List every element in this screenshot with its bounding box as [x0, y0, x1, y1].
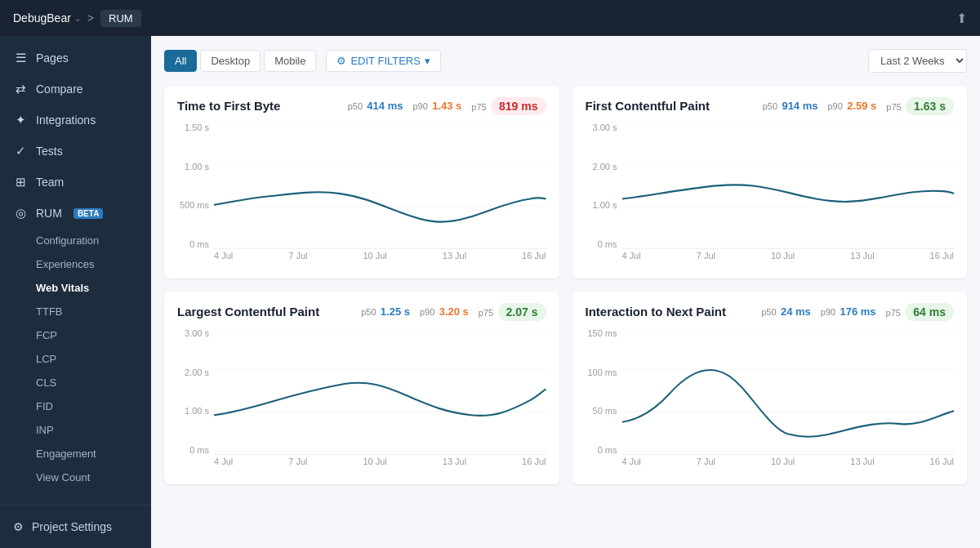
sidebar-sub-cls[interactable]: CLS	[0, 371, 151, 394]
pages-icon: ☰	[13, 51, 28, 65]
breadcrumb-separator: >	[87, 11, 94, 25]
ttfb-stat-p90: p90 1.43 s	[412, 100, 461, 112]
edit-filters-label: EDIT FILTERS	[350, 55, 420, 67]
beta-badge: BETA	[74, 208, 103, 219]
sidebar-label-integrations: Integrations	[36, 114, 96, 127]
sidebar-sub-configuration[interactable]: Configuration	[0, 229, 151, 252]
chart-inp-area: 150 ms 100 ms 50 ms 0 ms	[586, 328, 955, 471]
sidebar-item-project-settings[interactable]: ⚙ Project Settings	[0, 512, 151, 541]
main-content: All Desktop Mobile ⚙ EDIT FILTERS ▾ Last…	[151, 36, 980, 548]
inp-chart-svg	[622, 328, 955, 454]
top-bar: DebugBear ⌄ > RUM ⬆	[0, 0, 980, 36]
sidebar-item-pages[interactable]: ☰ Pages	[0, 42, 151, 74]
team-icon: ⊞	[13, 175, 28, 189]
share-icon[interactable]: ⬆	[956, 11, 967, 26]
sidebar-item-integrations[interactable]: ✦ Integrations	[0, 105, 151, 136]
filter-desktop-button[interactable]: Desktop	[200, 50, 261, 72]
sidebar-item-tests[interactable]: ✓ Tests	[0, 136, 151, 167]
chart-fcp-stats: p50 914 ms p90 2.59 s p75 1.63 s	[763, 100, 954, 113]
chart-fcp-header: First Contentful Paint p50 914 ms p90 2.…	[586, 99, 955, 113]
chart-fcp: First Contentful Paint p50 914 ms p90 2.…	[572, 86, 968, 278]
ttfb-badge: 819 ms	[491, 97, 546, 115]
chevron-down-icon: ▾	[425, 55, 430, 67]
chart-ttfb-title: Time to First Byte	[177, 99, 280, 113]
sidebar-sub-experiences[interactable]: Experiences	[0, 252, 151, 276]
sidebar-label-pages: Pages	[36, 51, 69, 65]
chart-ttfb-header: Time to First Byte p50 414 ms p90 1.43 s…	[177, 99, 546, 113]
chart-lcp-header: Largest Contentful Paint p50 1.25 s p90 …	[177, 305, 546, 319]
gear-filter-icon: ⚙	[336, 55, 346, 67]
sidebar-bottom: ⚙ Project Settings	[0, 505, 151, 548]
filter-mobile-button[interactable]: Mobile	[264, 50, 316, 72]
rum-section-badge: RUM	[100, 10, 141, 27]
chart-ttfb-area: 1.50 s 1.00 s 500 ms 0 ms	[177, 123, 546, 265]
rum-sub-menu: Configuration Experiences Web Vitals TTF…	[0, 229, 151, 489]
breadcrumb: DebugBear ⌄ > RUM	[13, 10, 141, 27]
sidebar: ☰ Pages ⇄ Compare ✦ Integrations ✓ Tests…	[0, 36, 151, 548]
ttfb-chart-svg	[214, 123, 546, 248]
inp-badge: 64 ms	[905, 303, 954, 321]
inp-stat-p90: p90 176 ms	[821, 305, 876, 318]
fcp-stat-p90: p90 2.59 s	[828, 100, 877, 112]
chart-inp-title: Interaction to Next Paint	[586, 305, 727, 319]
sidebar-nav: ☰ Pages ⇄ Compare ✦ Integrations ✓ Tests…	[0, 36, 151, 505]
chart-lcp: Largest Contentful Paint p50 1.25 s p90 …	[164, 292, 559, 484]
sidebar-label-tests: Tests	[36, 145, 63, 158]
ttfb-stat-p50: p50 414 ms	[348, 100, 403, 112]
fcp-badge: 1.63 s	[906, 97, 954, 115]
filter-left: All Desktop Mobile ⚙ EDIT FILTERS ▾	[164, 50, 441, 72]
chart-lcp-stats: p50 1.25 s p90 3.20 s p75 2.07 s	[361, 305, 546, 319]
fcp-stat-p50: p50 914 ms	[763, 100, 818, 112]
integrations-icon: ✦	[13, 113, 28, 127]
charts-grid: Time to First Byte p50 414 ms p90 1.43 s…	[164, 86, 967, 484]
fcp-chart-svg	[622, 123, 955, 248]
filter-right: Last 2 Weeks Last 7 Days Last 30 Days	[868, 49, 967, 73]
sidebar-label-project-settings: Project Settings	[32, 520, 112, 533]
lcp-stat-p75: p75 2.07 s	[479, 305, 546, 319]
sidebar-item-compare[interactable]: ⇄ Compare	[0, 74, 151, 105]
lcp-badge: 2.07 s	[498, 303, 546, 321]
sidebar-sub-lcp[interactable]: LCP	[0, 347, 151, 371]
ttfb-stat-p75: p75 819 ms	[471, 100, 546, 113]
sidebar-sub-web-vitals[interactable]: Web Vitals	[0, 276, 151, 300]
chart-fcp-title: First Contentful Paint	[586, 99, 710, 113]
gear-icon: ⚙	[13, 520, 24, 533]
brand-name[interactable]: DebugBear ⌄	[13, 11, 81, 25]
chart-lcp-title: Largest Contentful Paint	[177, 305, 319, 319]
sidebar-sub-ttfb[interactable]: TTFB	[0, 300, 151, 323]
sidebar-sub-view-count[interactable]: View Count	[0, 466, 151, 489]
chart-ttfb-stats: p50 414 ms p90 1.43 s p75 819 ms	[348, 100, 546, 113]
sidebar-sub-fcp[interactable]: FCP	[0, 323, 151, 347]
chart-fcp-area: 3.00 s 2.00 s 1.00 s 0 ms	[586, 123, 955, 265]
chart-inp-stats: p50 24 ms p90 176 ms p75 64 ms	[761, 305, 954, 319]
edit-filters-button[interactable]: ⚙ EDIT FILTERS ▾	[326, 50, 440, 72]
chart-lcp-area: 3.00 s 2.00 s 1.00 s 0 ms	[177, 328, 546, 471]
inp-stat-p75: p75 64 ms	[886, 305, 954, 319]
inp-stat-p50: p50 24 ms	[761, 305, 811, 318]
sidebar-item-rum[interactable]: ◎ RUM BETA	[0, 198, 151, 229]
sidebar-label-rum: RUM	[36, 207, 62, 220]
sidebar-sub-engagement[interactable]: Engagement	[0, 442, 151, 466]
filter-all-button[interactable]: All	[164, 50, 197, 72]
sidebar-label-compare: Compare	[36, 82, 83, 96]
time-range-select[interactable]: Last 2 Weeks Last 7 Days Last 30 Days	[868, 49, 967, 73]
tests-icon: ✓	[13, 144, 28, 158]
sidebar-item-team[interactable]: ⊞ Team	[0, 167, 151, 198]
main-layout: ☰ Pages ⇄ Compare ✦ Integrations ✓ Tests…	[0, 36, 980, 548]
chart-inp-header: Interaction to Next Paint p50 24 ms p90 …	[586, 305, 955, 319]
sidebar-sub-fid[interactable]: FID	[0, 394, 151, 418]
compare-icon: ⇄	[13, 82, 28, 96]
chart-inp: Interaction to Next Paint p50 24 ms p90 …	[572, 292, 968, 484]
lcp-stat-p50: p50 1.25 s	[361, 305, 410, 318]
lcp-chart-svg	[214, 328, 546, 454]
chart-ttfb: Time to First Byte p50 414 ms p90 1.43 s…	[164, 86, 559, 278]
fcp-stat-p75: p75 1.63 s	[886, 100, 954, 113]
filter-bar: All Desktop Mobile ⚙ EDIT FILTERS ▾ Last…	[164, 49, 967, 73]
sidebar-label-team: Team	[36, 176, 64, 189]
lcp-stat-p90: p90 3.20 s	[420, 305, 469, 318]
rum-icon: ◎	[13, 206, 28, 221]
sidebar-sub-inp[interactable]: INP	[0, 418, 151, 442]
